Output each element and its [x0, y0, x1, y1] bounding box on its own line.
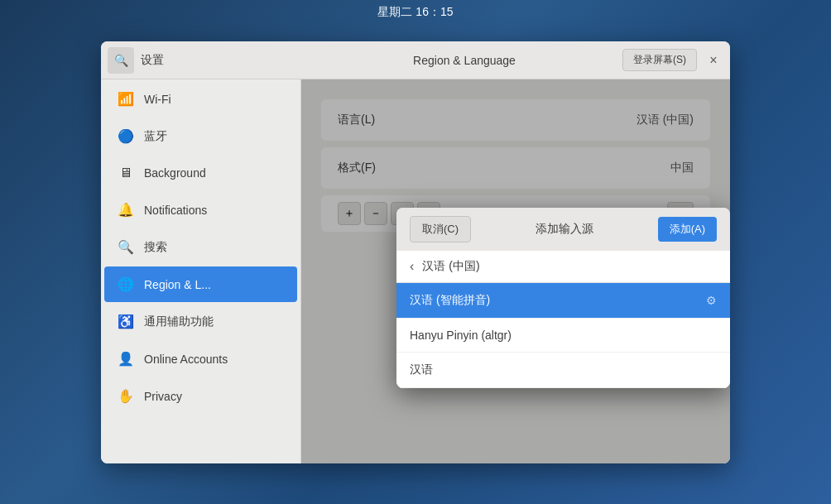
- list-item-smart-pinyin[interactable]: 汉语 (智能拼音) ⚙: [396, 283, 730, 319]
- accessibility-icon: ♿: [118, 314, 134, 329]
- region-icon: 🌐: [118, 276, 134, 292]
- wifi-icon: 📶: [118, 91, 134, 107]
- close-button[interactable]: ×: [704, 50, 723, 70]
- sidebar-item-bluetooth[interactable]: 🔵 蓝牙: [104, 118, 297, 154]
- dialog-title: 添加输入源: [481, 222, 648, 237]
- sidebar-item-wifi[interactable]: 📶 Wi-Fi: [104, 81, 297, 117]
- dialog-titlebar: 取消(C) 添加输入源 添加(A): [396, 208, 730, 251]
- taskbar-time: 星期二 16：15: [377, 5, 453, 20]
- chinese-label: 汉语: [410, 362, 433, 377]
- sidebar-item-accessibility-label: 通用辅助功能: [144, 314, 214, 329]
- window-title: Region & Language: [306, 54, 622, 67]
- main-area: 语言(L) 汉语 (中国) 格式(F) 中国 ＋ － ▲ ▼ ⌨: [301, 79, 730, 463]
- add-button[interactable]: 添加(A): [658, 217, 717, 242]
- sidebar-item-region[interactable]: 🌐 Region & L...: [104, 266, 297, 302]
- dialog-overlay: 取消(C) 添加输入源 添加(A) ‹ 汉语 (中国) 汉语 (智能拼音) ⚙: [301, 79, 730, 463]
- add-input-source-dialog: 取消(C) 添加输入源 添加(A) ‹ 汉语 (中国) 汉语 (智能拼音) ⚙: [396, 208, 730, 388]
- app-name: 设置: [141, 53, 306, 68]
- sidebar: 📶 Wi-Fi 🔵 蓝牙 🖥 Background 🔔 Notification…: [101, 79, 301, 463]
- login-screen-button[interactable]: 登录屏幕(S): [622, 49, 697, 71]
- sidebar-item-online-accounts[interactable]: 👤 Online Accounts: [104, 341, 297, 377]
- sidebar-item-search-label: 搜索: [144, 240, 167, 255]
- settings-window: 🔍 设置 Region & Language 登录屏幕(S) × 📶 Wi-Fi…: [101, 41, 730, 463]
- background-icon: 🖥: [118, 166, 134, 180]
- hanyu-pinyin-label: Hanyu Pinyin (altgr): [410, 329, 512, 342]
- sidebar-item-notifications[interactable]: 🔔 Notifications: [104, 192, 297, 228]
- sidebar-item-privacy[interactable]: ✋ Privacy: [104, 378, 297, 414]
- gear-icon-smart-pinyin[interactable]: ⚙: [706, 294, 717, 307]
- sidebar-item-notifications-label: Notifications: [144, 204, 207, 217]
- sidebar-item-search[interactable]: 🔍 搜索: [104, 229, 297, 265]
- sidebar-item-online-accounts-label: Online Accounts: [144, 353, 228, 366]
- smart-pinyin-label: 汉语 (智能拼音): [410, 293, 490, 308]
- list-item-hanyu-pinyin[interactable]: Hanyu Pinyin (altgr): [396, 319, 730, 353]
- sidebar-item-bluetooth-label: 蓝牙: [144, 129, 167, 144]
- list-header-text: 汉语 (中国): [422, 259, 479, 274]
- back-arrow-icon[interactable]: ‹: [410, 259, 414, 274]
- titlebar-right: 登录屏幕(S) ×: [622, 49, 723, 71]
- sidebar-item-region-label: Region & L...: [144, 278, 211, 291]
- notification-icon: 🔔: [118, 202, 134, 218]
- window-content: 📶 Wi-Fi 🔵 蓝牙 🖥 Background 🔔 Notification…: [101, 79, 730, 463]
- search-button[interactable]: 🔍: [108, 47, 134, 74]
- cancel-button[interactable]: 取消(C): [410, 216, 471, 242]
- sidebar-item-background[interactable]: 🖥 Background: [104, 156, 297, 190]
- bluetooth-icon: 🔵: [118, 128, 134, 144]
- titlebar: 🔍 设置 Region & Language 登录屏幕(S) ×: [101, 41, 730, 79]
- sidebar-item-accessibility[interactable]: ♿ 通用辅助功能: [104, 304, 297, 339]
- list-item-chinese[interactable]: 汉语: [396, 353, 730, 388]
- dialog-list-header: ‹ 汉语 (中国): [396, 251, 730, 283]
- online-accounts-icon: 👤: [118, 351, 134, 367]
- sidebar-item-privacy-label: Privacy: [144, 390, 182, 403]
- sidebar-item-wifi-label: Wi-Fi: [144, 93, 171, 106]
- dialog-list: ‹ 汉语 (中国) 汉语 (智能拼音) ⚙ Hanyu Pinyin (altg…: [396, 251, 730, 388]
- taskbar: 星期二 16：15: [0, 0, 831, 25]
- sidebar-item-background-label: Background: [144, 166, 206, 180]
- privacy-icon: ✋: [118, 388, 134, 404]
- search-sidebar-icon: 🔍: [118, 239, 134, 255]
